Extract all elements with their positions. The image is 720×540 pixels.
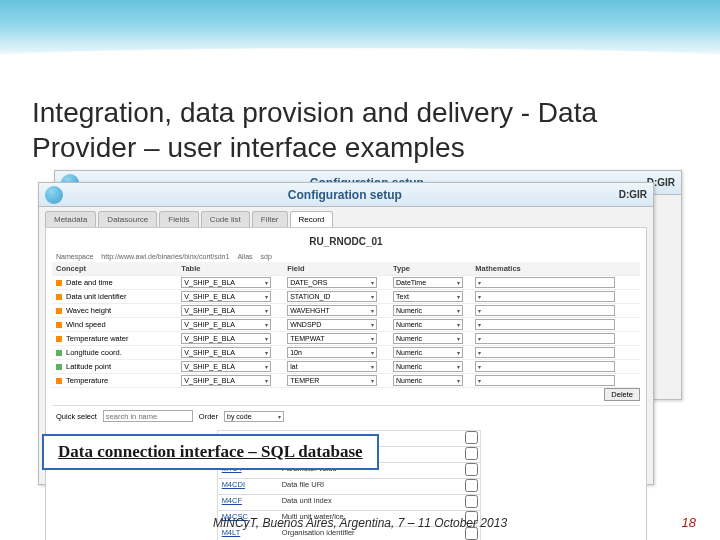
table-select[interactable]: V_SHIP_E_BLA — [181, 361, 271, 372]
math-select[interactable] — [475, 277, 615, 288]
tab-fields[interactable]: Fields — [159, 211, 198, 227]
page-number: 18 — [682, 515, 696, 530]
table-select[interactable]: V_SHIP_E_BLA — [181, 319, 271, 330]
order-label: Order — [199, 412, 218, 421]
topbar-brand: D:GIR — [619, 189, 647, 200]
concept-cell: Longitude coord. — [66, 348, 122, 357]
table-select[interactable]: V_SHIP_E_BLA — [181, 333, 271, 344]
code-link[interactable]: M4CF — [218, 495, 278, 510]
math-select[interactable] — [475, 375, 615, 386]
math-select[interactable] — [475, 291, 615, 302]
list-item: M4CDIData file URI — [217, 479, 482, 495]
math-select[interactable] — [475, 361, 615, 372]
field-select[interactable]: WAVEHGHT — [287, 305, 377, 316]
tab-codelist[interactable]: Code list — [201, 211, 250, 227]
concept-cell: Date and time — [66, 278, 113, 287]
field-select[interactable]: STATION_ID — [287, 291, 377, 302]
row-bullet-icon — [56, 322, 62, 328]
namespace-row: Namespace http://www.awi.de/binaries/bin… — [52, 251, 640, 262]
col-type: Type — [393, 264, 475, 273]
code-checkbox[interactable] — [465, 479, 478, 492]
code-desc: Data unit index — [278, 495, 463, 510]
table-select[interactable]: V_SHIP_E_BLA — [181, 277, 271, 288]
tab-datasource[interactable]: Datasource — [98, 211, 157, 227]
config-panel: RU_RNODC_01 Namespace http://www.awi.de/… — [45, 227, 647, 540]
table-row: Wavec heightV_SHIP_E_BLAWAVEHGHTNumeric — [52, 304, 640, 318]
app-logo-icon — [45, 186, 63, 204]
table-row: TemperatureV_SHIP_E_BLATEMPERNumeric — [52, 374, 640, 388]
field-select[interactable]: TEMPWAT — [287, 333, 377, 344]
code-checkbox[interactable] — [465, 431, 478, 444]
table-row: Longitude coord.V_SHIP_E_BLA10nNumeric — [52, 346, 640, 360]
code-checkbox[interactable] — [465, 447, 478, 460]
tabbar: Metadata Datasource Fields Code list Fil… — [39, 207, 653, 227]
table-row: Date and timeV_SHIP_E_BLADATE_ORSDateTim… — [52, 276, 640, 290]
code-checkbox[interactable] — [465, 463, 478, 476]
panel-name: RU_RNODC_01 — [52, 234, 640, 251]
tab-record[interactable]: Record — [290, 211, 334, 227]
topbar: Configuration setup D:GIR — [39, 183, 653, 207]
code-desc: Data file URI — [278, 479, 463, 494]
table-select[interactable]: V_SHIP_E_BLA — [181, 347, 271, 358]
col-concept: Concept — [52, 264, 181, 273]
concept-cell: Wind speed — [66, 320, 106, 329]
field-select[interactable]: lat — [287, 361, 377, 372]
type-select[interactable]: Numeric — [393, 333, 463, 344]
field-select[interactable]: DATE_ORS — [287, 277, 377, 288]
col-table: Table — [181, 264, 287, 273]
type-select[interactable]: Numeric — [393, 375, 463, 386]
grid-header: Concept Table Field Type Mathematics — [52, 262, 640, 276]
col-field: Field — [287, 264, 393, 273]
type-select[interactable]: Text — [393, 291, 463, 302]
row-bullet-icon — [56, 294, 62, 300]
concept-cell: Wavec height — [66, 306, 111, 315]
row-bullet-icon — [56, 308, 62, 314]
delete-button[interactable]: Delete — [604, 388, 640, 401]
slide-title: Integration, data provision and delivery… — [32, 95, 688, 165]
table-row: Temperature waterV_SHIP_E_BLATEMPWATNume… — [52, 332, 640, 346]
math-select[interactable] — [475, 333, 615, 344]
namespace-label: Namespace — [56, 253, 93, 260]
table-select[interactable]: V_SHIP_E_BLA — [181, 291, 271, 302]
field-select[interactable]: TEMPER — [287, 375, 377, 386]
table-row: Wind speedV_SHIP_E_BLAWNDSPDNumeric — [52, 318, 640, 332]
table-row: Data unit identifierV_SHIP_E_BLASTATION_… — [52, 290, 640, 304]
table-select[interactable]: V_SHIP_E_BLA — [181, 305, 271, 316]
type-select[interactable]: DateTime — [393, 277, 463, 288]
code-checkbox[interactable] — [465, 495, 478, 508]
search-input[interactable] — [103, 410, 193, 422]
row-bullet-icon — [56, 280, 62, 286]
namespace-value: http://www.awi.de/binaries/binx/conf/sdn… — [101, 253, 229, 260]
tab-filter[interactable]: Filter — [252, 211, 288, 227]
field-select[interactable]: WNDSPD — [287, 319, 377, 330]
code-link[interactable]: M4CDI — [218, 479, 278, 494]
topbar-title: Configuration setup — [71, 188, 619, 202]
row-bullet-icon — [56, 336, 62, 342]
type-select[interactable]: Numeric — [393, 347, 463, 358]
list-item: M4CFData unit index — [217, 495, 482, 511]
caption-box: Data connection interface – SQL database — [42, 434, 379, 470]
row-bullet-icon — [56, 364, 62, 370]
col-math: Mathematics — [475, 264, 640, 273]
math-select[interactable] — [475, 319, 615, 330]
type-select[interactable]: Numeric — [393, 319, 463, 330]
type-select[interactable]: Numeric — [393, 305, 463, 316]
concept-cell: Latitude point — [66, 362, 111, 371]
tab-metadata[interactable]: Metadata — [45, 211, 96, 227]
table-row: Latitude pointV_SHIP_E_BLAlatNumeric — [52, 360, 640, 374]
concept-cell: Temperature — [66, 376, 108, 385]
row-bullet-icon — [56, 378, 62, 384]
math-select[interactable] — [475, 347, 615, 358]
type-select[interactable]: Numeric — [393, 361, 463, 372]
concept-cell: Temperature water — [66, 334, 129, 343]
field-select[interactable]: 10n — [287, 347, 377, 358]
quick-select-row: Quick select Order by code — [52, 405, 640, 426]
order-select[interactable]: by code — [224, 411, 284, 422]
table-select[interactable]: V_SHIP_E_BLA — [181, 375, 271, 386]
quick-label: Quick select — [56, 412, 97, 421]
alias-value: sdp — [261, 253, 272, 260]
footer-text: MINCyT, Buenos Aires, Argentina, 7 – 11 … — [0, 516, 720, 530]
row-bullet-icon — [56, 350, 62, 356]
math-select[interactable] — [475, 305, 615, 316]
concept-cell: Data unit identifier — [66, 292, 126, 301]
